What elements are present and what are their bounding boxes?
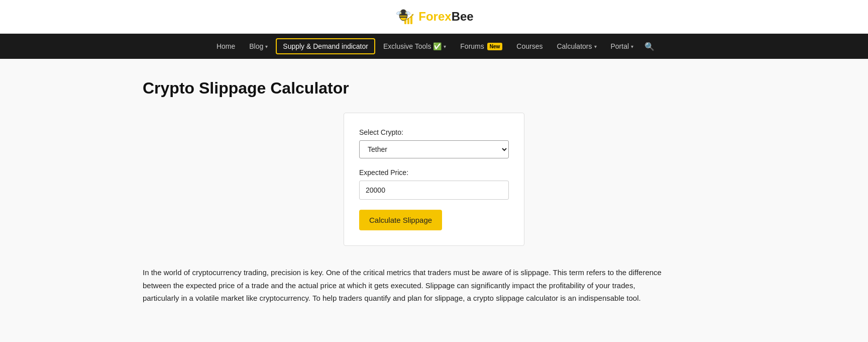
select-label: Select Crypto: — [359, 128, 509, 136]
nav-exclusive-tools[interactable]: Exclusive Tools ✅ ▾ — [377, 39, 452, 53]
chevron-down-icon: ▾ — [265, 44, 268, 49]
chevron-down-icon: ▾ — [444, 44, 446, 49]
nav-home[interactable]: Home — [210, 39, 241, 53]
nav-supply-demand[interactable]: Supply & Demand indicator — [276, 38, 375, 54]
chevron-down-icon: ▾ — [631, 44, 633, 49]
site-header: ForexBee — [0, 0, 868, 34]
svg-rect-2 — [399, 14, 407, 16]
price-input[interactable] — [359, 181, 509, 200]
nav-portal[interactable]: Portal ▾ — [605, 39, 640, 53]
svg-rect-3 — [399, 17, 407, 18]
description-text: In the world of cryptocurrency trading, … — [143, 266, 670, 305]
nav-courses[interactable]: Courses — [510, 39, 549, 53]
new-badge: New — [487, 43, 503, 50]
main-nav: Home Blog ▾ Supply & Demand indicator Ex… — [0, 34, 868, 59]
nav-forums[interactable]: Forums New — [454, 39, 508, 53]
price-label: Expected Price: — [359, 168, 509, 177]
page-content: Crypto Slippage Calculator Select Crypto… — [133, 59, 735, 325]
crypto-select[interactable]: TetherBitcoinEthereumBNBUSD CoinXRPCarda… — [359, 140, 509, 158]
calculate-button[interactable]: Calculate Slippage — [359, 210, 442, 230]
calculator-card: Select Crypto: TetherBitcoinEthereumBNBU… — [344, 113, 524, 246]
svg-point-1 — [401, 10, 406, 15]
logo-text: ForexBee — [418, 10, 473, 24]
nav-blog[interactable]: Blog ▾ — [243, 39, 274, 53]
logo[interactable]: ForexBee — [394, 6, 473, 27]
page-title: Crypto Slippage Calculator — [143, 79, 725, 98]
nav-calculators[interactable]: Calculators ▾ — [551, 39, 602, 53]
logo-icon — [394, 6, 415, 27]
search-icon[interactable]: 🔍 — [641, 39, 658, 54]
chevron-down-icon: ▾ — [594, 44, 597, 49]
